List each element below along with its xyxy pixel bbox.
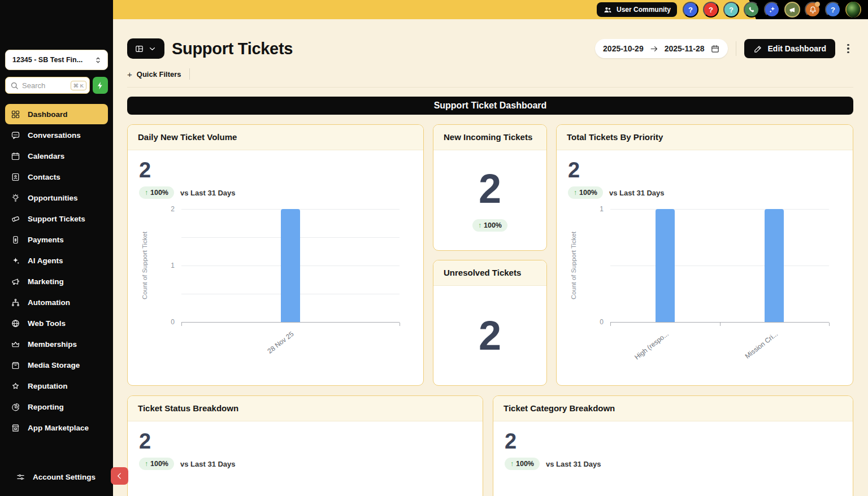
search-box[interactable]: ⌘ K — [5, 77, 90, 94]
y-tick-label: 1 — [139, 262, 175, 269]
sidebar-item-label: Support Tickets — [28, 215, 85, 223]
card-header: Ticket Status Breakdown — [128, 396, 483, 421]
calendars-icon — [11, 151, 20, 161]
card-unresolved-tickets: Unresolved Tickets 2 — [433, 260, 547, 386]
x-tick-label: High (respo... — [633, 330, 670, 361]
sidebar-item-label: App Marketplace — [28, 424, 89, 432]
delta-value: 100% — [579, 189, 597, 197]
y-axis-title: Count of Support Ticket — [570, 209, 577, 322]
axis-tick — [610, 323, 611, 326]
help-blue-icon[interactable]: ? — [683, 2, 698, 18]
sidebar-item-marketing[interactable]: Marketing — [5, 271, 108, 291]
up-arrow-icon: ↑ — [574, 189, 577, 197]
card-title: New Incoming Tickets — [444, 132, 532, 142]
sidebar-item-support-tickets[interactable]: Support Tickets — [5, 208, 108, 229]
sidebar-nav: DashboardConversationsCalendarsContactsO… — [0, 104, 113, 438]
user-community-label: User Community — [617, 6, 671, 14]
sidebar-item-contacts[interactable]: Contacts — [5, 167, 108, 187]
card-title: Total Tickets By Priority — [567, 132, 663, 142]
page-header: Support Tickets 2025-10-29 2025-11-28 Ed… — [127, 38, 853, 59]
divider — [127, 87, 853, 88]
y-tick-label: 2 — [139, 205, 175, 213]
marketing-icon — [11, 277, 20, 286]
card-header: Ticket Category Breakdown — [493, 396, 853, 421]
avatar — [847, 2, 860, 18]
sidebar-item-opportunities[interactable]: Opportunities — [5, 188, 108, 208]
quick-filters-label: Quick Filters — [137, 70, 181, 79]
bar-28 Nov 25[interactable] — [281, 209, 300, 322]
card-new-incoming-tickets: New Incoming Tickets 2 ↑ 100% — [433, 124, 547, 251]
account-name: 12345 - SB Test Fin... — [12, 56, 83, 64]
card-title: Daily New Ticket Volume — [138, 132, 237, 142]
card-ticket-category-breakdown: Ticket Category Breakdown 2 ↑ 100% vs La… — [493, 395, 853, 496]
sidebar-item-ai-agents[interactable]: AI Agents — [5, 250, 108, 271]
sidebar-item-automation[interactable]: Automation — [5, 292, 108, 312]
card-header: Daily New Ticket Volume — [128, 125, 423, 150]
quick-filters-button[interactable]: + Quick Filters — [127, 69, 181, 79]
filters-row: + Quick Filters — [127, 68, 853, 80]
delta-badge: ↑ 100% — [568, 186, 603, 199]
bar-Mission Cri...[interactable] — [765, 209, 784, 322]
main-content: Support Tickets 2025-10-29 2025-11-28 Ed… — [113, 19, 868, 496]
chevron-down-icon — [147, 44, 157, 54]
quick-actions-button[interactable] — [93, 77, 108, 94]
sparkles-icon[interactable] — [764, 2, 780, 18]
contacts-icon — [11, 172, 20, 182]
axis-tick — [829, 323, 830, 326]
axis-tick — [181, 323, 182, 326]
help-red-icon[interactable]: ? — [703, 2, 719, 18]
more-options-button[interactable] — [843, 40, 853, 57]
sidebar-collapse-button[interactable] — [111, 467, 128, 485]
sidebar-item-web-tools[interactable]: Web Tools — [5, 313, 108, 333]
opportunities-icon — [11, 193, 20, 203]
megaphone-icon[interactable] — [784, 2, 800, 18]
dashboard-grid-icon — [11, 110, 20, 119]
edit-dashboard-label: Edit Dashboard — [768, 44, 826, 53]
sidebar-item-dashboard[interactable]: Dashboard — [5, 104, 108, 124]
date-range-start: 2025-10-29 — [603, 44, 644, 53]
comparison-label: vs Last 31 Days — [609, 189, 665, 197]
user-avatar[interactable] — [845, 2, 861, 18]
sidebar-item-payments[interactable]: Payments — [5, 229, 108, 250]
unfold-icon — [93, 55, 103, 65]
topbar-icons: User Community ???? — [597, 2, 861, 18]
phone-icon[interactable] — [744, 2, 760, 18]
delta-value: 100% — [150, 460, 168, 468]
sidebar-item-label: Opportunities — [28, 194, 78, 202]
delta-value: 100% — [484, 221, 502, 229]
sidebar-item-reputation[interactable]: Reputation — [5, 376, 108, 396]
dashboard-switcher-button[interactable] — [127, 38, 164, 59]
sidebar-item-calendars[interactable]: Calendars — [5, 146, 108, 166]
sparkles-icon — [767, 5, 777, 15]
reporting-icon — [11, 402, 20, 412]
arrow-right-icon — [649, 44, 659, 54]
bar-High (respo...[interactable] — [656, 209, 675, 322]
x-axis — [181, 322, 400, 323]
sidebar-item-label: Reporting — [28, 403, 64, 411]
sidebar-item-app-marketplace[interactable]: App Marketplace — [5, 417, 108, 438]
metric-value: 2 — [505, 430, 841, 452]
search-input[interactable] — [22, 81, 68, 90]
edit-dashboard-button[interactable]: Edit Dashboard — [744, 39, 835, 58]
help-icon[interactable]: ? — [825, 2, 841, 18]
notifications-bell-icon[interactable] — [805, 2, 821, 18]
sidebar-item-memberships[interactable]: Memberships — [5, 334, 108, 354]
sidebar-item-media-storage[interactable]: Media Storage — [5, 355, 108, 375]
search-icon — [10, 81, 19, 90]
sidebar-item-label: Web Tools — [28, 319, 66, 328]
support-tickets-icon — [11, 214, 20, 224]
help-teal-icon[interactable]: ? — [723, 2, 739, 18]
web-tools-icon — [11, 319, 20, 328]
date-range-end: 2025-11-28 — [665, 44, 705, 53]
sidebar-item-account-settings[interactable]: Account Settings — [10, 467, 103, 487]
chevron-left-icon — [115, 471, 124, 481]
account-selector[interactable]: 12345 - SB Test Fin... — [5, 50, 108, 70]
sidebar-footer: Account Settings — [0, 467, 113, 496]
date-range-picker[interactable]: 2025-10-29 2025-11-28 — [595, 39, 727, 58]
sidebar-item-conversations[interactable]: Conversations — [5, 125, 108, 145]
delta-badge: ↑ 100% — [139, 186, 174, 199]
user-community-button[interactable]: User Community — [597, 2, 677, 17]
card-daily-new-ticket-volume: Daily New Ticket Volume 2 ↑ 100% vs Last… — [127, 124, 424, 386]
sidebar-item-reporting[interactable]: Reporting — [5, 397, 108, 417]
metric-value: 2 — [479, 315, 501, 356]
